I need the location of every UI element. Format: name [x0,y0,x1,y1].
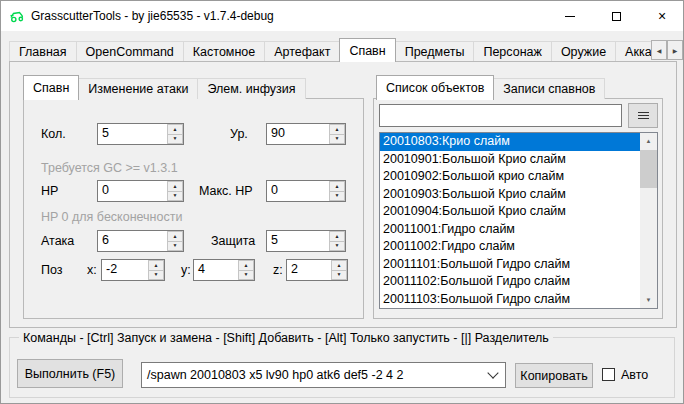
count-value: 5 [98,124,167,144]
command-combobox[interactable]: /spawn 20010803 x5 lv90 hp0 atk6 def5 -2… [141,362,506,388]
hp-value: 0 [98,181,167,201]
pos-y-spinner[interactable]: 4 ▲▼ [193,259,255,281]
tab-5[interactable]: Предметы [395,41,475,62]
defense-label: Защита [211,234,255,248]
list-item[interactable]: 20011002:Гидро слайм [380,238,640,256]
tab-0[interactable]: Главная [9,41,77,62]
scrollbar-thumb[interactable] [640,150,657,188]
attack-label: Атака [41,234,74,248]
pos-z-label: z: [273,263,283,277]
object-list: 20010803:Крио слайм20010901:Большой Крио… [380,133,640,308]
window-title: GrasscutterTools - by jie65535 - v1.7.4-… [31,1,274,31]
auto-checkbox-label: Авто [621,368,648,382]
pos-x-spinner[interactable]: -2 ▲▼ [101,259,165,281]
chevron-down-icon [487,367,498,378]
list-item[interactable]: 20010904:Большой Крио слайм [380,203,640,221]
spawn-tab-2[interactable]: Элем. инфузия [197,78,305,99]
pos-z-value: 2 [287,260,331,280]
spin-down-icon[interactable]: ▼ [238,270,254,281]
pos-x-value: -2 [102,260,148,280]
spin-down-icon[interactable]: ▼ [167,241,183,252]
list-item[interactable]: 20011001:Гидро слайм [380,221,640,239]
copy-button[interactable]: Копировать [515,363,593,388]
object-list-tab-strip: Список объектовЗаписи спавнов [376,76,604,99]
pos-y-label: y: [181,263,191,277]
tab-1[interactable]: OpenCommand [76,41,184,62]
hp-spinner[interactable]: 0 ▲▼ [97,180,184,202]
search-input[interactable] [379,104,622,127]
spawn-tab-0[interactable]: Спавн [23,75,79,100]
max-hp-label: Макс. HP [199,184,253,198]
tab-2[interactable]: Кастомное [183,41,265,62]
application-window: GrasscutterTools - by jie65535 - v1.7.4-… [0,0,684,404]
tab-6[interactable]: Персонаж [473,41,551,62]
list-item[interactable]: 20011101:Большой Гидро слайм [380,256,640,274]
run-button-label: Выполнить (F5) [25,367,116,381]
maximize-icon [612,12,621,21]
object-tab-1[interactable]: Записи спавнов [493,78,605,99]
list-item[interactable]: 20010901:Большой Крио слайм [380,151,640,169]
titlebar: GrasscutterTools - by jie65535 - v1.7.4-… [1,1,683,31]
list-item[interactable]: 20011103:Большой Гидро слайм [380,291,640,309]
tab-3[interactable]: Артефакт [264,41,340,62]
list-scrollbar[interactable]: ▲ ▼ [640,133,657,308]
spin-down-icon[interactable]: ▼ [167,134,183,145]
tab-scroll-left-button[interactable]: ◀ [651,40,667,60]
count-label: Кол. [41,127,66,141]
level-value: 90 [267,124,329,144]
left-arrow-icon: ◀ [657,47,662,54]
tab-4[interactable]: Спавн [339,38,395,62]
scroll-down-icon[interactable]: ▼ [640,292,657,308]
spin-down-icon[interactable]: ▼ [329,241,345,252]
right-arrow-icon: ▶ [673,47,678,54]
tab-7[interactable]: Оружие [551,41,616,62]
close-button[interactable]: × [639,1,684,31]
scroll-up-icon[interactable]: ▲ [640,133,657,149]
spin-down-icon[interactable]: ▼ [329,191,345,202]
list-item[interactable]: 20010902:Большой крио слайм [380,168,640,186]
spin-up-icon[interactable]: ▲ [329,124,345,134]
spin-up-icon[interactable]: ▲ [167,124,183,134]
spin-up-icon[interactable]: ▲ [238,260,254,270]
maximize-button[interactable] [593,1,639,31]
spin-up-icon[interactable]: ▲ [148,260,164,270]
spin-up-icon[interactable]: ▲ [167,181,183,191]
close-icon: × [658,9,666,23]
count-spinner[interactable]: 5 ▲▼ [97,123,184,145]
main-tab-strip: ГлавнаяOpenCommandКастомноеАртефактСпавн… [9,37,651,62]
minimize-button[interactable] [547,1,593,31]
minimize-icon [565,16,575,17]
object-tab-0[interactable]: Список объектов [376,75,494,100]
spin-down-icon[interactable]: ▼ [329,134,345,145]
list-item[interactable]: 20011102:Большой Гидро слайм [380,273,640,291]
list-item[interactable]: 20010803:Крио слайм [380,133,640,151]
auto-checkbox[interactable] [602,368,615,381]
hamburger-icon [638,112,649,119]
object-listbox: 20010803:Крио слайм20010901:Большой Крио… [379,132,658,309]
list-item[interactable]: 20010903:Большой Крио слайм [380,186,640,204]
attack-spinner[interactable]: 6 ▲▼ [97,230,184,252]
app-icon [9,8,25,24]
level-spinner[interactable]: 90 ▲▼ [266,123,346,145]
level-label: Ур. [230,127,248,141]
pos-z-spinner[interactable]: 2 ▲▼ [286,259,348,281]
list-menu-button[interactable] [628,103,658,128]
max-hp-value: 0 [267,181,329,201]
command-text: /spawn 20010803 x5 lv90 hp0 atk6 def5 -2… [142,368,489,382]
copy-button-label: Копировать [520,369,587,383]
gc-version-note: Требуется GC >= v1.3.1 [41,161,178,175]
run-button[interactable]: Выполнить (F5) [17,359,123,388]
tab-8[interactable]: Аккаунт [615,41,651,62]
defense-spinner[interactable]: 5 ▲▼ [266,230,346,252]
max-hp-spinner[interactable]: 0 ▲▼ [266,180,346,202]
spin-down-icon[interactable]: ▼ [331,270,347,281]
spawn-tab-1[interactable]: Изменение атаки [78,78,198,99]
spin-up-icon[interactable]: ▲ [329,231,345,241]
tab-scroll-right-button[interactable]: ▶ [667,40,683,60]
spin-down-icon[interactable]: ▼ [148,270,164,281]
spin-up-icon[interactable]: ▲ [331,260,347,270]
commands-legend: Команды - [Ctrl] Запуск и замена - [Shif… [19,331,553,345]
spin-down-icon[interactable]: ▼ [167,191,183,202]
spin-up-icon[interactable]: ▲ [329,181,345,191]
spin-up-icon[interactable]: ▲ [167,231,183,241]
